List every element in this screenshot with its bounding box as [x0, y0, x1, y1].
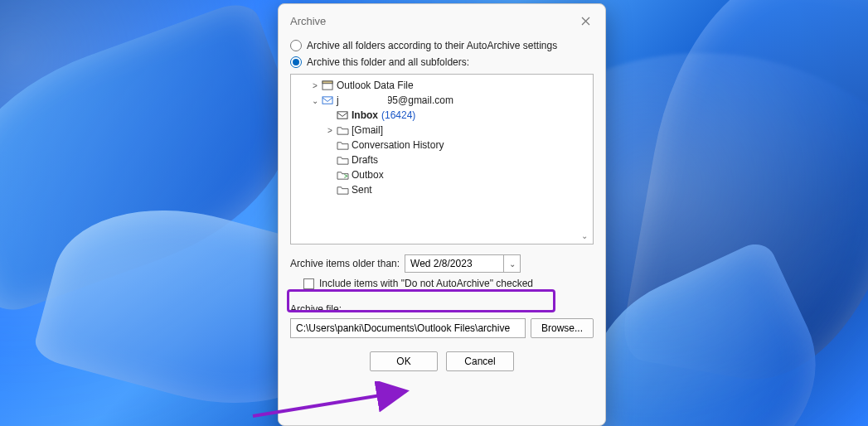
- older-label: Archive items older than:: [290, 258, 400, 269]
- folder-icon: [336, 124, 349, 136]
- expand-icon[interactable]: >: [324, 126, 336, 135]
- inbox-icon: [336, 109, 349, 121]
- older-than-row: Archive items older than: ⌄: [290, 254, 594, 273]
- date-picker[interactable]: ⌄: [405, 254, 521, 273]
- ok-button[interactable]: OK: [370, 351, 438, 371]
- svg-rect-2: [322, 96, 332, 103]
- browse-button[interactable]: Browse...: [531, 318, 594, 338]
- archive-file-input[interactable]: [290, 318, 526, 338]
- radio-icon: [290, 56, 302, 68]
- tree-row-root[interactable]: > Outlook Data File: [291, 78, 593, 93]
- redaction: [342, 94, 388, 105]
- titlebar: Archive: [279, 4, 605, 36]
- date-input[interactable]: [405, 255, 503, 272]
- inbox-count: (16424): [381, 109, 415, 121]
- date-dropdown-button[interactable]: ⌄: [503, 255, 520, 272]
- cancel-button[interactable]: Cancel: [446, 351, 514, 371]
- checkbox-icon: [303, 278, 314, 289]
- svg-rect-1: [322, 80, 332, 83]
- tree-row[interactable]: Sent: [291, 182, 593, 197]
- folder-icon: [336, 154, 349, 166]
- dialog-title: Archive: [290, 15, 326, 27]
- tree-row[interactable]: Outbox: [291, 167, 593, 182]
- tree-label: [Gmail]: [352, 124, 383, 136]
- radio-archive-all[interactable]: Archive all folders according to their A…: [290, 40, 594, 51]
- tree-row[interactable]: Conversation History: [291, 138, 593, 152]
- chevron-down-icon: ⌄: [509, 259, 516, 269]
- tree-row-account[interactable]: ⌄ j95@gmail.com: [291, 93, 593, 108]
- expand-icon[interactable]: >: [309, 81, 321, 90]
- chevron-down-icon[interactable]: ⌄: [581, 231, 588, 240]
- include-label: Include items with "Do not AutoArchive" …: [319, 278, 533, 289]
- folder-icon: [336, 184, 349, 196]
- radio-all-label: Archive all folders according to their A…: [307, 40, 557, 51]
- mailbox-icon: [321, 94, 334, 106]
- tree-label: Sent: [352, 184, 372, 196]
- radio-this-label: Archive this folder and all subfolders:: [307, 56, 469, 68]
- collapse-icon[interactable]: ⌄: [309, 96, 321, 105]
- tree-label: Outlook Data File: [337, 80, 414, 91]
- close-button[interactable]: [574, 11, 597, 31]
- radio-archive-this[interactable]: Archive this folder and all subfolders:: [290, 56, 594, 68]
- tree-label: Outbox: [352, 169, 384, 181]
- include-checkbox-row[interactable]: Include items with "Do not AutoArchive" …: [303, 278, 594, 289]
- tree-label: Inbox: [352, 109, 378, 121]
- radio-icon: [290, 40, 302, 51]
- tree-row[interactable]: Drafts: [291, 152, 593, 167]
- tree-label: Drafts: [352, 154, 378, 166]
- outbox-icon: [336, 169, 349, 181]
- datafile-icon: [321, 80, 334, 91]
- folder-tree[interactable]: > Outlook Data File ⌄ j95@gmail.com Inbo…: [290, 74, 594, 244]
- close-icon: [581, 17, 590, 26]
- tree-row-inbox[interactable]: Inbox (16424): [291, 108, 593, 123]
- tree-label: Conversation History: [352, 139, 444, 151]
- folder-icon: [336, 139, 349, 151]
- archive-dialog: Archive Archive all folders according to…: [278, 3, 606, 426]
- archive-file-label: Archive file:: [290, 303, 594, 315]
- tree-row[interactable]: > [Gmail]: [291, 123, 593, 138]
